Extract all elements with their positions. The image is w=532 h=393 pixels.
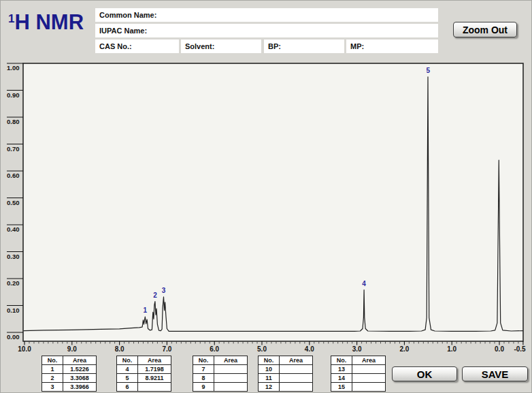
iupac-name-label: IUPAC Name: [99, 27, 147, 35]
peak-label-2: 2 [153, 292, 157, 299]
table-header-no: No. [331, 356, 352, 365]
app-title: 1H NMR [8, 12, 84, 33]
table-row: 58.9211 [117, 374, 171, 383]
y-axis-label: 0.00 [7, 333, 20, 341]
y-axis-label: 0.50 [7, 199, 20, 206]
x-axis-label: 4.0 [305, 345, 314, 353]
y-axis-label: 0.20 [7, 279, 20, 287]
table-header-no: No. [117, 356, 138, 365]
cas-no-field[interactable]: CAS No.: [95, 40, 179, 53]
iupac-name-field[interactable]: IUPAC Name: [95, 24, 438, 37]
x-axis-label: 1.0 [447, 345, 456, 353]
table-cell-area [138, 383, 171, 392]
peak-area-table-5: No.Area131415 [331, 356, 386, 392]
x-axis-label: 5.0 [257, 345, 267, 353]
y-axis-label: 0.70 [7, 145, 20, 153]
solvent-label: Solvent: [185, 42, 214, 50]
table-row: 23.3068 [42, 374, 97, 383]
table-cell-area: 3.3068 [63, 374, 97, 383]
peak-area-table-3: No.Area789 [193, 356, 248, 392]
table-row: 14 [331, 374, 386, 383]
peak-area-table-4: No.Area101112 [258, 356, 313, 392]
table-cell-no: 10 [259, 365, 280, 374]
table-cell-no: 6 [117, 383, 138, 392]
table-cell-no: 15 [331, 383, 352, 392]
table-cell-area: 8.9211 [138, 374, 171, 383]
y-axis-label: 0.40 [7, 225, 20, 233]
table-row: 7 [193, 365, 248, 374]
table-cell-no: 5 [117, 374, 138, 383]
table-row: 11 [259, 374, 313, 383]
cas-no-label: CAS No.: [99, 42, 132, 50]
table-header-area: Area [352, 356, 386, 365]
table-cell-no: 7 [193, 365, 214, 374]
common-name-label: Common Name: [99, 11, 156, 19]
table-row: 33.3966 [42, 383, 97, 392]
table-cell-no: 13 [331, 365, 352, 374]
common-name-field[interactable]: Common Name: [95, 8, 438, 22]
peak-label-5: 5 [427, 67, 431, 74]
y-axis-label: 0.90 [7, 91, 20, 99]
table-header-area: Area [214, 356, 248, 365]
spectrum-chart: 1.000.900.800.700.600.500.400.300.200.10… [1, 1, 532, 393]
table-row: 13 [331, 365, 386, 374]
zoom-out-button[interactable]: Zoom Out [453, 22, 517, 37]
peak-area-table-1: No.Area11.522623.306833.3966 [41, 356, 97, 392]
bp-label: BP: [268, 42, 281, 50]
mp-field[interactable]: MP: [346, 40, 438, 53]
x-axis-label: 0.0 [495, 345, 504, 353]
table-cell-no: 2 [42, 374, 63, 383]
nmr-viewer-window: { "app": { "title_sup": "1", "title_main… [0, 0, 532, 393]
table-cell-area: 1.7198 [138, 365, 171, 374]
bp-field[interactable]: BP: [264, 40, 344, 53]
table-cell-area [352, 365, 386, 374]
table-header-no: No. [193, 356, 214, 365]
peak-area-table-2: No.Area41.719858.92116 [116, 356, 171, 392]
x-axis-label: 2.0 [399, 345, 409, 353]
table-cell-no: 12 [259, 383, 280, 392]
table-cell-no: 3 [42, 383, 63, 392]
solvent-field[interactable]: Solvent: [181, 40, 261, 53]
peak-label-4: 4 [362, 280, 366, 287]
table-row: 10 [259, 365, 313, 374]
x-axis-label: 7.0 [162, 345, 171, 353]
table-cell-no: 1 [42, 365, 63, 374]
x-axis-label: 3.0 [352, 345, 362, 353]
table-header-no: No. [259, 356, 280, 365]
table-row: 15 [331, 383, 386, 392]
plot-area[interactable] [23, 63, 523, 341]
y-axis-label: 0.80 [7, 118, 20, 125]
table-cell-area: 3.3966 [63, 383, 97, 392]
x-axis-label: -0.5 [514, 345, 526, 353]
table-cell-no: 14 [331, 374, 352, 383]
ok-button[interactable]: OK [392, 366, 457, 381]
table-row: 9 [193, 383, 248, 392]
table-cell-area [280, 383, 313, 392]
table-cell-area [214, 365, 248, 374]
y-axis-label: 1.00 [7, 64, 20, 72]
table-cell-no: 11 [259, 374, 280, 383]
table-cell-area [214, 383, 248, 392]
table-header-area: Area [138, 356, 171, 365]
table-cell-no: 8 [193, 374, 214, 383]
table-header-area: Area [63, 356, 97, 365]
table-cell-no: 4 [117, 365, 138, 374]
table-cell-area [280, 365, 313, 374]
y-axis-label: 0.10 [7, 306, 20, 314]
x-axis-label: 10.0 [18, 345, 31, 353]
peak-label-3: 3 [162, 287, 166, 294]
table-cell-area [352, 374, 386, 383]
x-axis-label: 6.0 [210, 345, 219, 353]
table-cell-area [280, 374, 313, 383]
app-title-text: H NMR [14, 10, 84, 34]
table-cell-area [352, 383, 386, 392]
table-cell-area: 1.5226 [63, 365, 97, 374]
x-axis-label: 9.0 [67, 345, 77, 353]
table-cell-area [214, 374, 248, 383]
y-axis-label: 0.60 [7, 172, 20, 179]
y-axis-label: 0.30 [7, 253, 20, 260]
table-row: 8 [193, 374, 248, 383]
table-header-area: Area [280, 356, 313, 365]
peak-label-1: 1 [144, 306, 148, 314]
save-button[interactable]: SAVE [462, 366, 528, 381]
